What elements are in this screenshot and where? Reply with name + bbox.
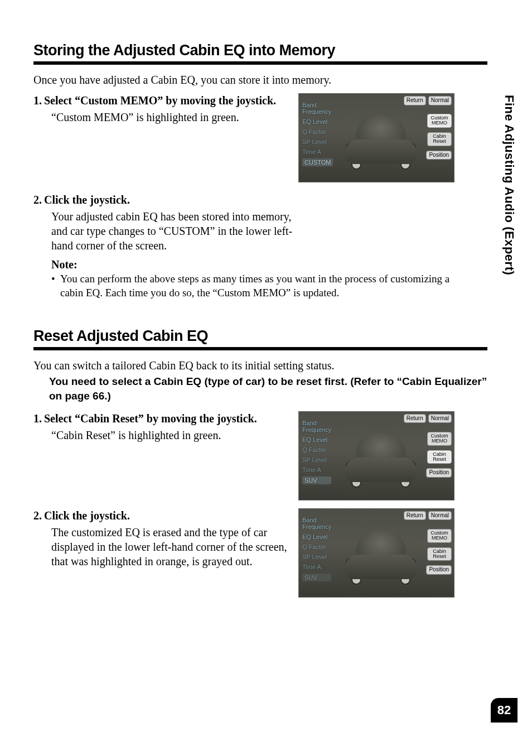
ui-bottom-tag: SUV (302, 476, 331, 484)
ui-normal-button[interactable]: Normal (428, 414, 452, 423)
screenshot-cabin-reset-done: Band Frequency EQ Level Q Factor SP Leve… (298, 508, 454, 598)
ui-bottom-tag: SUV (302, 574, 331, 581)
s1-step1-head: Select “Custom MEMO” by moving the joyst… (44, 94, 276, 107)
car-graphic (345, 526, 417, 581)
section1-title: Storing the Adjusted Cabin EQ into Memor… (33, 42, 487, 65)
ui-return-button[interactable]: Return (404, 96, 426, 105)
ui-left-eqlevel: EQ Level (302, 533, 331, 540)
ui-normal-button[interactable]: Normal (428, 511, 452, 521)
s2-step2-num: 2. (33, 509, 42, 522)
s2-step1-head: Select “Cabin Reset” by moving the joyst… (44, 412, 257, 425)
page-number-badge: 82 (491, 698, 518, 723)
ui-left-timea: Time A (302, 148, 333, 155)
ui-left-qfactor: Q Factor (302, 446, 331, 453)
section2-subintro: You need to select a Cabin EQ (type of c… (49, 374, 487, 403)
ui-left-splevel: SP Level (302, 456, 331, 463)
note-label: Note: (51, 258, 449, 271)
car-graphic (345, 428, 417, 484)
side-tab: Fine Adjusting Audio (Expert) (502, 95, 516, 275)
s1-step1-body: “Custom MEMO” is highlighted in green. (51, 110, 291, 124)
section2-title: Reset Adjusted Cabin EQ (33, 328, 487, 350)
s1-step2-num: 2. (33, 194, 42, 206)
ui-normal-button[interactable]: Normal (428, 96, 452, 105)
car-graphic (345, 110, 417, 166)
screenshot-cabin-reset-select: Band Frequency EQ Level Q Factor SP Leve… (298, 411, 454, 500)
ui-left-timea: Time A (302, 466, 331, 473)
s1-step2-body: Your adjusted cabin EQ has been stored i… (51, 209, 299, 253)
s2-step2-head: Click the joystick. (44, 509, 130, 522)
ui-custom-memo-button[interactable]: Custom MEMO (427, 432, 452, 446)
s2-step1-body: “Cabin Reset” is highlighted in green. (51, 428, 291, 442)
ui-left-bandfreq: Band Frequency (302, 517, 331, 530)
ui-position-button[interactable]: Position (426, 565, 452, 575)
screenshot-custom-memo: Band Frequency EQ Level Q Factor SP Leve… (298, 93, 454, 182)
ui-left-bandfreq: Band Frequency (302, 420, 331, 433)
ui-cabin-reset-button[interactable]: Cabin Reset (427, 547, 452, 561)
ui-custom-memo-button[interactable]: Custom MEMO (427, 529, 452, 543)
ui-return-button[interactable]: Return (404, 414, 426, 423)
ui-custom-memo-button[interactable]: Custom MEMO (427, 114, 452, 128)
s1-step1-num: 1. (33, 94, 42, 107)
bullet-icon: • (51, 272, 60, 300)
ui-left-eqlevel: EQ Level (302, 436, 331, 443)
ui-cabin-reset-button[interactable]: Cabin Reset (427, 132, 452, 146)
s1-step2-head: Click the joystick. (44, 194, 130, 206)
s2-step2-body: The customized EQ is erased and the type… (51, 525, 291, 569)
section1-intro: Once you have adjusted a Cabin EQ, you c… (33, 73, 487, 88)
ui-left-splevel: SP Level (302, 553, 331, 560)
ui-return-button[interactable]: Return (404, 511, 426, 521)
ui-position-button[interactable]: Position (426, 151, 452, 160)
ui-left-eqlevel: EQ Level (302, 118, 333, 125)
page: Fine Adjusting Audio (Expert) 82 Storing… (0, 0, 532, 756)
ui-left-timea: Time A (302, 564, 331, 570)
ui-left-qfactor: Q Factor (302, 543, 331, 550)
ui-left-bandfreq: Band Frequency (302, 102, 333, 115)
ui-position-button[interactable]: Position (426, 468, 452, 478)
note-body: You can perform the above steps as many … (60, 272, 458, 300)
ui-left-qfactor: Q Factor (302, 128, 333, 135)
s2-step1-num: 1. (33, 412, 42, 425)
ui-cabin-reset-button[interactable]: Cabin Reset (427, 450, 452, 464)
section2-intro: You can switch a tailored Cabin EQ back … (33, 358, 487, 373)
ui-left-splevel: SP Level (302, 138, 333, 145)
ui-bottom-tag: CUSTOM (302, 158, 333, 166)
